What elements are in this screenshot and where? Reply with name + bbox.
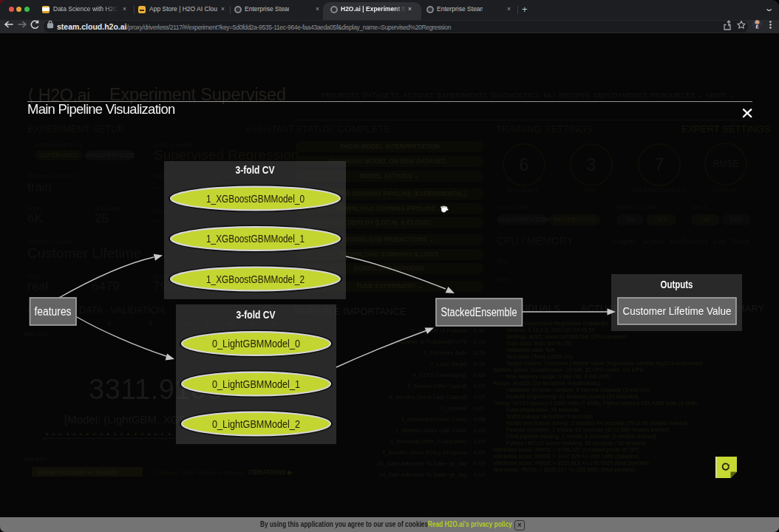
svg-text:1_XGBoostGBMModel_1: 1_XGBoostGBMModel_1 bbox=[206, 232, 305, 245]
svg-text:1_XGBoostGBMModel_2: 1_XGBoostGBMModel_2 bbox=[206, 273, 305, 285]
svg-text:3-fold CV: 3-fold CV bbox=[237, 308, 276, 321]
svg-text:Outputs: Outputs bbox=[661, 278, 693, 290]
svg-text:0_LightGBMModel_1: 0_LightGBMModel_1 bbox=[212, 378, 300, 390]
svg-text:StackedEnsemble: StackedEnsemble bbox=[441, 306, 517, 318]
svg-text:0_LightGBMModel_2: 0_LightGBMModel_2 bbox=[212, 417, 300, 430]
svg-text:features: features bbox=[35, 305, 72, 318]
svg-text:3-fold CV: 3-fold CV bbox=[236, 163, 275, 176]
svg-text:1_XGBoostGBMModel_0: 1_XGBoostGBMModel_0 bbox=[206, 192, 305, 205]
svg-text:0_LightGBMModel_0: 0_LightGBMModel_0 bbox=[212, 337, 300, 349]
svg-text:Customer Lifetime Value: Customer Lifetime Value bbox=[623, 304, 732, 317]
